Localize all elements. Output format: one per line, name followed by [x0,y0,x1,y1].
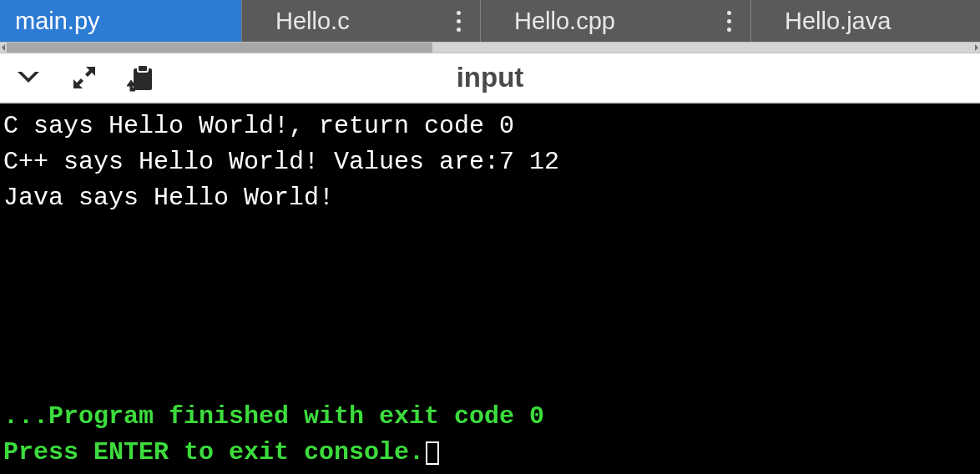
chevron-down-icon[interactable] [15,68,42,87]
vertical-dots-icon[interactable] [448,0,468,42]
svg-rect-1 [138,65,148,72]
cursor-icon [426,441,439,465]
tab-main-py[interactable]: main.py [0,0,242,42]
paste-icon[interactable] [127,63,154,92]
scroll-right-icon[interactable] [972,43,980,53]
console-line: Java says Hello World! [3,180,977,216]
scrollbar-thumb[interactable] [7,43,432,53]
tab-label: Hello.c [275,8,350,35]
expand-icon[interactable] [72,65,97,90]
console-output[interactable]: C says Hello World!, return code 0 C++ s… [0,103,980,474]
tab-hello-cpp[interactable]: Hello.cpp [481,0,751,42]
tab-label: Hello.java [785,8,891,35]
console-line: C++ says Hello World! Values are:7 12 [3,144,977,180]
horizontal-scrollbar[interactable] [0,42,980,53]
console-line: C says Hello World!, return code 0 [3,108,977,144]
tab-hello-java[interactable]: Hello.java [751,0,980,42]
tab-bar: main.py Hello.c Hello.cpp Hello.java [0,0,980,42]
tab-hello-c[interactable]: Hello.c [242,0,481,42]
console-exit-line: Press ENTER to exit console. [3,435,544,471]
console-exit-line: ...Program finished with exit code 0 [3,399,544,435]
vertical-dots-icon[interactable] [719,0,739,42]
tab-label: main.py [15,8,100,35]
tab-label: Hello.cpp [514,8,615,35]
console-toolbar: input [0,53,980,103]
